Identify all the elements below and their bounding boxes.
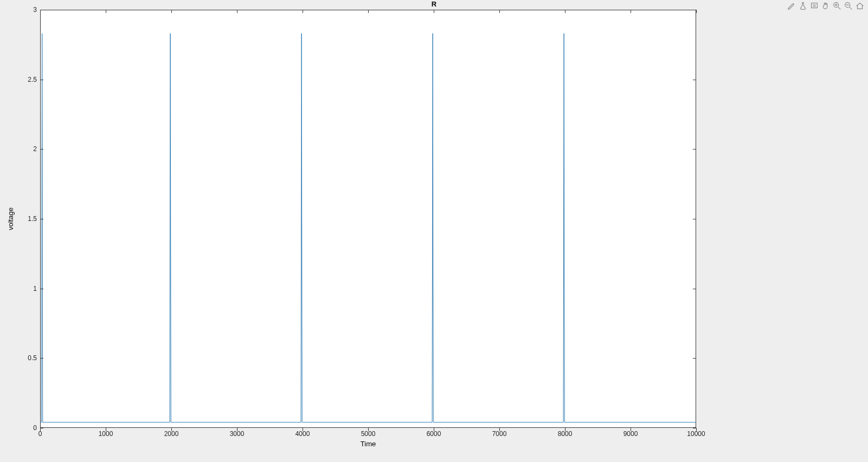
line-plot [40,10,696,428]
y-tick [693,428,696,428]
y-tick-label: 0.5 [28,354,37,362]
x-tick-label: 0 [38,430,42,438]
y-tick-label: 2 [33,145,37,153]
y-tick [693,149,696,149]
x-tick [631,10,631,13]
svg-rect-0 [812,3,818,8]
x-tick [499,10,500,13]
home-icon[interactable] [855,1,865,11]
zoom-out-icon[interactable] [844,1,853,11]
x-tick [237,10,237,13]
datatips-icon[interactable] [809,1,819,11]
brush-icon[interactable] [787,1,796,11]
figure-toolbar [787,1,865,11]
x-tick-label: 6000 [427,430,441,438]
x-tick-label: 5000 [361,430,376,438]
x-tick-label: 9000 [623,430,638,438]
x-tick [303,10,303,13]
x-tick [106,10,106,13]
x-tick-label: 1000 [99,430,113,438]
y-tick [693,219,696,219]
x-axis-label: Time [40,440,696,448]
x-tick-label: 8000 [558,430,573,438]
y-tick-label: 0 [33,424,37,432]
x-tick [171,10,172,13]
x-tick-label: 4000 [295,430,310,438]
y-tick [40,149,43,149]
y-tick [693,10,696,10]
y-tick [40,80,43,80]
y-tick [693,289,696,289]
zoom-in-icon[interactable] [832,1,842,11]
chart-title: R [0,0,868,8]
x-tick [565,10,565,13]
y-tick [40,428,43,428]
x-tick-label: 7000 [492,430,507,438]
flask-icon[interactable] [798,1,808,11]
y-tick [693,80,696,80]
y-tick [40,358,43,359]
x-tick [368,10,369,13]
y-tick [40,10,43,10]
y-tick-label: 1.5 [28,215,37,223]
x-tick [434,10,434,13]
y-tick [693,358,696,359]
x-tick-label: 3000 [230,430,245,438]
y-tick [40,219,43,219]
x-tick-label: 2000 [164,430,179,438]
y-tick-label: 1 [33,285,37,292]
y-tick-label: 2.5 [28,76,37,83]
figure: R voltage Time 0100020003000400050006000… [0,0,868,462]
y-tick [40,289,43,289]
y-axis-label: voltage [7,10,15,428]
x-tick-label: 10000 [687,430,705,438]
y-tick-label: 3 [33,6,37,14]
x-tick [696,10,697,13]
pan-icon[interactable] [821,1,831,11]
